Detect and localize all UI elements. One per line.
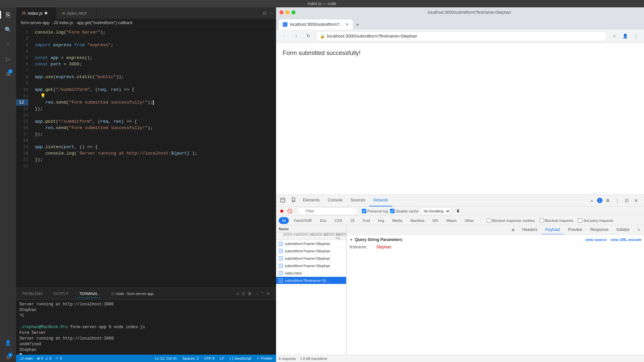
third-party-check[interactable]: 3rd-party requests <box>578 218 613 223</box>
request-item-4[interactable]: d submitform?name=Stephan <box>276 262 346 269</box>
back-btn[interactable]: ‹ <box>279 32 289 41</box>
detail-tab-more[interactable]: » <box>634 225 644 235</box>
filter-media-btn[interactable]: Media <box>389 217 405 224</box>
language-mode[interactable]: { } JavaScript <box>230 356 252 360</box>
info-count[interactable]: ⚐ 0 <box>55 356 62 361</box>
url-text: localhost:3000/submitform?firstname=Step… <box>327 34 603 39</box>
minimize-window-btn[interactable] <box>285 10 289 14</box>
view-url-link[interactable]: view URL-encode <box>610 238 641 242</box>
filter-other-btn[interactable]: Other <box>462 217 477 224</box>
browser-chrome: localhost:3000/submitform?firstname=Step… <box>276 7 644 43</box>
filter-js-btn[interactable]: JS <box>347 217 358 224</box>
req-type-icon: d <box>279 256 283 260</box>
breadcrumb-file: JS index.js <box>53 20 73 25</box>
encoding[interactable]: UTF-8 <box>204 356 215 360</box>
view-source-link[interactable]: view source <box>585 238 606 242</box>
formatter[interactable]: ✓ Prettier <box>257 356 273 361</box>
breadcrumb-context: app.get("/submitform") callback <box>77 20 132 25</box>
close-window-btn[interactable] <box>279 10 283 14</box>
browser-menu-btn[interactable]: ⋮ <box>631 32 641 41</box>
accounts-icon[interactable]: 👤 <box>3 338 13 347</box>
spaces[interactable]: Spaces: 2 <box>182 356 199 360</box>
forward-btn[interactable]: › <box>291 32 301 41</box>
tab-index-html[interactable]: ⊲ index.html <box>56 7 97 19</box>
detail-tab-response[interactable]: Response <box>586 225 612 235</box>
filter-doc-btn[interactable]: Doc <box>317 217 330 224</box>
devtools-tab-network[interactable]: Network <box>369 195 392 206</box>
preserve-log-check[interactable]: Preserve log <box>362 209 388 213</box>
devtools-tab-sources[interactable]: Sources <box>346 195 369 206</box>
maximize-terminal-btn[interactable]: ⌃ <box>261 291 264 296</box>
explorer-icon[interactable]: ⎘ <box>3 10 13 19</box>
devtools-tab-console[interactable]: Console <box>324 195 346 206</box>
new-tab-btn[interactable]: + <box>353 20 362 29</box>
clear-btn[interactable]: 🚫 <box>287 208 293 214</box>
terminal-content: Server running at http://localhost:3000 … <box>16 300 276 355</box>
blocked-requests-check[interactable]: Blocked requests <box>540 218 573 223</box>
devtools-close-btn[interactable]: ✕ <box>632 196 640 204</box>
devtools-overflow-btn[interactable]: ⋮ <box>613 196 621 204</box>
terminal-more-btn[interactable]: ··· <box>255 291 258 296</box>
split-terminal-btn[interactable]: ⊡ <box>242 291 245 296</box>
detail-tab-headers[interactable]: Headers <box>518 225 541 235</box>
filter-font-btn[interactable]: Font <box>360 217 373 224</box>
req-type-icon: d <box>279 242 283 246</box>
maximize-window-btn[interactable] <box>291 10 296 14</box>
line-endings[interactable]: LF <box>220 356 224 360</box>
devtools-tab-inspector[interactable] <box>277 195 288 206</box>
blocked-cookies-check[interactable]: Blocked response cookies <box>487 218 535 223</box>
browser-window-title: localhost:3000/submitform?firstname=Step… <box>428 10 511 15</box>
filter-fetch-xhr-btn[interactable]: Fetch/XHR <box>291 217 315 224</box>
tab-terminal[interactable]: TERMINAL <box>76 290 101 298</box>
filter-wasm-btn[interactable]: Wasm <box>443 217 460 224</box>
detail-close-btn[interactable]: ✕ <box>508 225 518 235</box>
browser-tab-active[interactable]: localhost:3000/submitform?... ✕ <box>279 19 353 29</box>
detail-tab-preview[interactable]: Preview <box>564 225 586 235</box>
req-type-icon: d <box>279 249 283 253</box>
new-terminal-btn[interactable]: + <box>236 291 239 296</box>
extensions-icon[interactable]: ⊞3 <box>3 69 13 78</box>
filter-input[interactable] <box>297 207 358 215</box>
import-btn[interactable]: ⬇ <box>455 208 461 214</box>
filter-manifest-btn[interactable]: Manifest <box>407 217 427 224</box>
bookmark-btn[interactable]: ☆ <box>610 32 619 41</box>
browser-tab-close[interactable]: ✕ <box>345 22 349 27</box>
search-icon[interactable]: 🔍 <box>3 25 13 34</box>
disable-cache-check[interactable]: Disable cache <box>390 209 419 213</box>
devtools-more-btn[interactable]: » <box>588 196 596 204</box>
devtools-settings-btn[interactable]: ⚙ <box>604 196 612 204</box>
record-btn[interactable]: ⏺ <box>279 208 285 214</box>
throttle-select[interactable]: No throttling <box>421 207 451 215</box>
profile-btn[interactable]: 👤 <box>621 32 630 41</box>
errors-count[interactable]: ⊗ 0 ⚠ 0 <box>37 356 51 361</box>
reload-btn[interactable]: ↻ <box>304 32 313 41</box>
request-item-2[interactable]: d submitform?name=Stephan <box>276 247 346 255</box>
request-item-6[interactable]: d submitform?firstname=St... <box>276 277 346 284</box>
close-terminal-btn[interactable]: ✕ <box>267 291 270 296</box>
run-debug-icon[interactable]: ▷ <box>3 54 13 64</box>
request-item-1[interactable]: d submitform?name=Stephan <box>276 240 346 247</box>
address-bar[interactable]: 🔒 localhost:3000/submitform?firstname=St… <box>316 31 607 41</box>
filter-all-btn[interactable]: All <box>279 217 289 224</box>
filter-css-btn[interactable]: CSS <box>332 217 345 224</box>
filter-img-btn[interactable]: Img <box>375 217 387 224</box>
devtools-tab-device[interactable] <box>288 195 299 206</box>
code-editor: 123456 789101112 131415161718 19202122 c… <box>16 26 276 288</box>
more-actions-btn[interactable]: ··· <box>269 10 273 16</box>
git-branch[interactable]: ⎇ main <box>19 356 33 361</box>
kill-terminal-btn[interactable]: 🗑 <box>248 291 252 296</box>
source-control-icon[interactable]: ⑂ <box>3 40 13 49</box>
filter-ws-btn[interactable]: WS <box>429 217 441 224</box>
tab-index-js[interactable]: JS index.js <box>16 7 56 19</box>
request-item-3[interactable]: d submitform?name=Stephan <box>276 255 346 262</box>
detail-tab-initiator[interactable]: Initiator <box>612 225 634 235</box>
tab-problems[interactable]: PROBLEMS <box>19 290 45 298</box>
devtools-tab-elements[interactable]: Elements <box>299 195 324 206</box>
request-item-5[interactable]: d index.html <box>276 269 346 277</box>
detail-tab-payload[interactable]: Payload <box>541 225 564 235</box>
tab-output[interactable]: OUTPUT <box>51 290 71 298</box>
devtools-undock-btn[interactable]: ⊡ <box>623 196 631 204</box>
cursor-position[interactable]: Ln 12, Col 41 <box>155 356 177 360</box>
settings-icon[interactable]: ⚙1 <box>3 353 13 362</box>
split-editor-btn[interactable]: ⊡ <box>263 10 267 16</box>
